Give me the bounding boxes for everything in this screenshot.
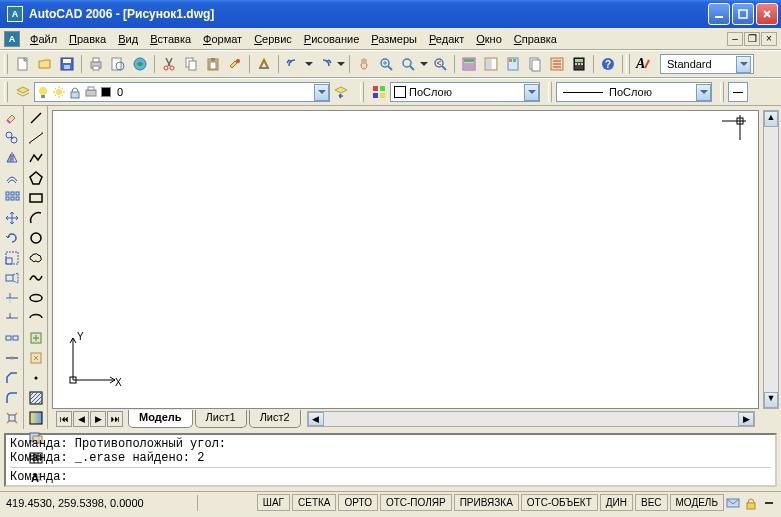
zoom-window-button[interactable] (398, 54, 418, 74)
scroll-down-button[interactable]: ▼ (764, 392, 778, 408)
redo-button[interactable] (315, 54, 335, 74)
coordinates-display[interactable]: 419.4530, 259.5398, 0.0000 (0, 495, 198, 511)
dropdown-icon[interactable] (696, 84, 711, 101)
rectangle-button[interactable] (26, 189, 46, 207)
block-editor-button[interactable] (254, 54, 274, 74)
sheet-set-button[interactable] (525, 54, 545, 74)
explode-button[interactable] (2, 409, 22, 427)
maximize-button[interactable] (732, 3, 754, 25)
plot-preview-button[interactable] (108, 54, 128, 74)
chamfer-button[interactable] (2, 369, 22, 387)
rotate-button[interactable] (2, 229, 22, 247)
offset-button[interactable] (2, 169, 22, 187)
menu-window[interactable]: Окно (470, 31, 508, 47)
text-style-button[interactable]: A (635, 54, 655, 74)
menu-file[interactable]: Файл (24, 31, 63, 47)
construction-line-button[interactable] (26, 129, 46, 147)
publish-button[interactable] (130, 54, 150, 74)
print-button[interactable] (86, 54, 106, 74)
drawing-canvas[interactable]: Y X (52, 110, 759, 409)
menu-help[interactable]: Справка (508, 31, 563, 47)
properties-button[interactable] (459, 54, 479, 74)
scroll-right-button[interactable]: ▶ (738, 412, 754, 426)
tab-last-button[interactable]: ⏭ (107, 411, 123, 427)
osnap-toggle[interactable]: ПРИВЯЗКА (454, 494, 519, 511)
command-window[interactable]: Команда: Противоположный угол: Команда: … (4, 433, 777, 487)
model-toggle[interactable]: МОДЕЛЬ (670, 494, 724, 511)
open-button[interactable] (35, 54, 55, 74)
stretch-button[interactable] (2, 269, 22, 287)
tab-layout2[interactable]: Лист2 (249, 410, 301, 428)
zoom-dropdown[interactable] (419, 54, 429, 74)
mdi-minimize-button[interactable]: – (727, 32, 743, 46)
paste-button[interactable] (203, 54, 223, 74)
communication-icon[interactable] (725, 495, 741, 511)
minimize-button[interactable] (708, 3, 730, 25)
save-button[interactable] (57, 54, 77, 74)
lineweight-combo[interactable] (728, 82, 748, 102)
polar-toggle[interactable]: ОТС-ПОЛЯР (380, 494, 452, 511)
menu-view[interactable]: Вид (112, 31, 144, 47)
scroll-up-button[interactable]: ▲ (764, 111, 778, 127)
spline-button[interactable] (26, 269, 46, 287)
text-style-combo[interactable]: Standard (660, 54, 754, 74)
hatch-button[interactable] (26, 389, 46, 407)
menu-dimension[interactable]: Размеры (365, 31, 423, 47)
ortho-toggle[interactable]: ОРТО (338, 494, 377, 511)
polygon-button[interactable] (26, 169, 46, 187)
mdi-close-button[interactable]: × (761, 32, 777, 46)
grid-toggle[interactable]: СЕТКА (292, 494, 337, 511)
menu-edit[interactable]: Правка (63, 31, 112, 47)
color-control-button[interactable] (369, 82, 389, 102)
menu-insert[interactable]: Вставка (144, 31, 197, 47)
dropdown-icon[interactable] (524, 84, 539, 101)
design-center-button[interactable] (481, 54, 501, 74)
linetype-combo[interactable]: ПоСлою (556, 82, 712, 102)
zoom-previous-button[interactable] (430, 54, 450, 74)
copy-button[interactable] (181, 54, 201, 74)
move-button[interactable] (2, 209, 22, 227)
layer-manager-button[interactable] (13, 82, 33, 102)
pan-button[interactable] (354, 54, 374, 74)
new-button[interactable] (13, 54, 33, 74)
trim-button[interactable] (2, 289, 22, 307)
otrack-toggle[interactable]: ОТС-ОБЪЕКТ (521, 494, 598, 511)
vertical-scrollbar[interactable]: ▲ ▼ (763, 110, 779, 409)
insert-block-button[interactable] (26, 329, 46, 347)
extend-button[interactable] (2, 309, 22, 327)
tab-prev-button[interactable]: ◀ (73, 411, 89, 427)
tray-menu-icon[interactable] (761, 495, 777, 511)
ellipse-arc-button[interactable] (26, 309, 46, 327)
close-button[interactable] (756, 3, 778, 25)
color-combo[interactable]: ПоСлою (390, 82, 540, 102)
make-block-button[interactable] (26, 349, 46, 367)
markup-button[interactable] (547, 54, 567, 74)
undo-button[interactable] (283, 54, 303, 74)
copy-object-button[interactable] (2, 129, 22, 147)
dropdown-icon[interactable] (314, 84, 329, 101)
horizontal-scrollbar[interactable]: ◀ ▶ (307, 411, 755, 427)
arc-button[interactable] (26, 209, 46, 227)
dyn-toggle[interactable]: ДИН (600, 494, 633, 511)
point-button[interactable] (26, 369, 46, 387)
gradient-button[interactable] (26, 409, 46, 427)
menu-draw[interactable]: Рисование (298, 31, 365, 47)
mdi-restore-button[interactable]: ❐ (744, 32, 760, 46)
polyline-button[interactable] (26, 149, 46, 167)
lwt-toggle[interactable]: ВЕС (635, 494, 668, 511)
menu-modify[interactable]: Редакт (423, 31, 470, 47)
break-button[interactable] (2, 329, 22, 347)
tab-layout1[interactable]: Лист1 (195, 410, 247, 428)
match-properties-button[interactable] (225, 54, 245, 74)
erase-button[interactable] (2, 109, 22, 127)
tab-model[interactable]: Модель (128, 410, 193, 428)
command-prompt[interactable]: Команда: (10, 467, 771, 484)
array-button[interactable] (2, 189, 22, 207)
tab-first-button[interactable]: ⏮ (56, 411, 72, 427)
help-button[interactable]: ? (598, 54, 618, 74)
cut-button[interactable] (159, 54, 179, 74)
ellipse-button[interactable] (26, 289, 46, 307)
line-button[interactable] (26, 109, 46, 127)
mirror-button[interactable] (2, 149, 22, 167)
redo-dropdown[interactable] (336, 54, 346, 74)
